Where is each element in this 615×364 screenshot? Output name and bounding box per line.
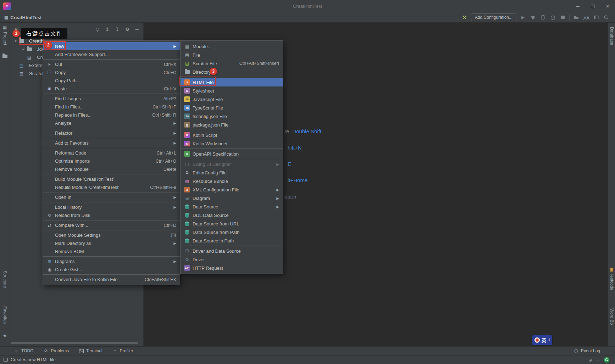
menu-item[interactable]: ↻ Reload from Disk [43,211,180,219]
hide-panel-icon[interactable]: ─ [135,27,139,32]
menu-item[interactable]: S Stylesheet [181,86,283,95]
translate-icon[interactable]: 文A [583,14,589,21]
minimize-button[interactable]: ─ [570,0,585,12]
search-icon[interactable] [603,14,609,21]
toolwindow-toggle-icon[interactable] [4,358,8,362]
menu-item[interactable]: Reformat Code Ctrl+Alt+L [43,149,180,157]
menu-item[interactable]: Data Source in Path [181,236,283,245]
folder-icon[interactable] [2,55,7,58]
chevron-icon[interactable]: ▸ [21,47,26,51]
menu-item[interactable]: New ▶ [43,42,180,50]
menu-item[interactable]: ⇄ Compare With... Ctrl+D [43,221,180,229]
horizontal-scrollbar[interactable] [11,342,138,344]
toolwindow-button[interactable]: ≡ TODO [13,348,33,354]
toolwindow-tab-project[interactable]: Project [2,32,7,45]
build-hammer-icon[interactable]: ⚒ [461,14,468,21]
menu-item[interactable]: ⊞ Diagram ▶ [181,194,283,202]
menu-item[interactable]: API HTTP Request [181,264,283,272]
menu-item[interactable]: ▤ Resource Bundle [181,177,283,185]
toolwindow-button[interactable]: ⊘ Problems [43,348,69,354]
maximize-button[interactable] [585,0,600,12]
menu-item[interactable]: Data Source from Path [181,228,283,236]
menu-item[interactable]: Remove Module Delete [43,165,180,173]
menu-item[interactable]: ⊞ Diagrams ▶ [43,257,180,265]
menu-item[interactable]: ⊡ Driver and Data Source [181,247,283,255]
menu-item[interactable]: Add Framework Support... [43,50,180,58]
indicator-icon[interactable]: ⊜ [588,357,592,363]
menu-item[interactable]: DDL Data Source [181,211,283,219]
menu-item-label: Diagram [193,196,210,201]
menu-item[interactable]: Optimize Imports Ctrl+Alt+O [43,157,180,165]
menu-item[interactable]: Build Module 'CreatHtmlTest' [43,175,180,183]
menu-item[interactable]: Mark Directory as ▶ [43,239,180,247]
chevron-icon[interactable]: ▾ [13,39,18,43]
navigation-bar[interactable]: ▦ CreatHtmlTest [4,15,41,20]
grammarly-icon[interactable]: G [604,357,609,363]
menu-item[interactable]: Find in Files... Ctrl+Shift+F [43,103,180,111]
stop-icon[interactable] [559,14,566,21]
menu-item[interactable]: Analyze ▶ [43,119,180,127]
javascript-icon: JS [184,96,190,102]
menu-item[interactable]: Local History ▶ [43,203,180,211]
menu-item[interactable]: Directory [181,68,283,76]
toolwindow-tab-database[interactable]: Database [609,27,614,45]
menu-item[interactable]: Remove BOM [43,247,180,256]
menu-item[interactable]: ✂ Cut Ctrl+X [43,60,180,68]
menu-item[interactable]: Refactor ▶ [43,129,180,137]
debug-icon[interactable] [530,14,536,21]
menu-item[interactable]: ◉ Create Gist... [43,265,180,274]
profiler-icon[interactable] [549,14,556,21]
menu-item[interactable]: Find Usages Alt+F7 [43,95,180,103]
menu-item[interactable]: ❐ Copy Ctrl+C [43,68,180,77]
menu-item[interactable]: ⊙ Driver [181,255,283,264]
close-button[interactable]: ✕ [600,0,615,12]
toolwindow-tab-wordbook[interactable]: Word Bo [609,308,614,325]
menu-item[interactable]: Rebuild Module 'CreatHtmlTest' Ctrl+Shif… [43,183,180,191]
menu-item[interactable]: Add to Favorites ▶ [43,139,180,147]
menu-item[interactable]: ▤ Scratch File Ctrl+Alt+Shift+Insert [181,59,283,68]
menu-item[interactable]: TS tsconfig.json File [181,112,283,121]
hint-shortcut-link[interactable]: Double Shift [292,128,321,134]
menu-item[interactable]: TS TypeScript File [181,103,283,112]
menu-item-label: tsconfig.json File [193,114,227,119]
hint-shortcut-link[interactable]: E [288,161,291,167]
menu-item-icon [46,249,52,254]
menu-item[interactable]: ▤ File [181,51,283,59]
toolwindow-button[interactable]: ◔ Profiler [112,348,133,354]
run-icon[interactable]: ▶ [520,14,526,21]
menu-item[interactable]: Convert Java File to Kotlin File Ctrl+Al… [43,275,180,284]
expand-all-icon[interactable]: ↥ [105,27,109,32]
toolwindow-tab-structure[interactable]: Structure [2,271,7,288]
menu-item[interactable]: O OpenAPI Specification [181,150,283,158]
layout-icon[interactable] [593,14,599,21]
locate-icon[interactable]: ◎ [95,27,99,32]
toolwindow-tab-leetcode[interactable]: leetcode [609,274,614,290]
open-project-icon[interactable] [573,14,580,21]
event-log-button[interactable]: ◷ Event Log [573,348,600,354]
menu-item[interactable]: Data Source ▶ [181,202,283,211]
menu-item[interactable]: Open Module Settings F4 [43,231,180,239]
menu-item[interactable]: ▦ Module... [181,42,283,51]
menu-item[interactable]: ⚙ EditorConfig File [181,168,283,177]
hint-shortcut-link[interactable]: hift+N [288,145,302,151]
coverage-icon[interactable] [539,14,546,21]
hint-shortcut-link[interactable]: lt+Home [288,177,308,183]
toolwindow-button[interactable]: Terminal [78,348,102,354]
menu-item[interactable]: {} package.json File [181,121,283,129]
menu-item[interactable]: Open In ▶ [43,193,180,201]
notifications-icon[interactable]: ◌ [597,357,599,362]
menu-item[interactable]: ▣ Paste Ctrl+V [43,85,180,93]
menu-item[interactable]: Replace in Files... Ctrl+Shift+R [43,111,180,119]
menu-item[interactable]: Data Source from URL [181,219,283,228]
toolwindow-tab-favorites[interactable]: Favorites [2,306,7,324]
add-configuration-button[interactable]: Add Configuration... [471,13,516,21]
menu-item[interactable]: X XML Configuration File ▶ [181,185,283,194]
menu-item[interactable]: K Kotlin Worksheet [181,139,283,148]
menu-item[interactable]: Copy Path... [43,77,180,85]
menu-item[interactable]: ▢ Swing UI Designer ▶ [181,160,283,168]
settings-icon[interactable]: ⚙ [125,27,129,32]
menu-item[interactable]: 5 HTML File [181,78,283,86]
collapse-all-icon[interactable]: ↧ [115,27,119,32]
menu-item[interactable]: JS JavaScript File [181,95,283,103]
menu-item[interactable]: K Kotlin Script [181,131,283,139]
